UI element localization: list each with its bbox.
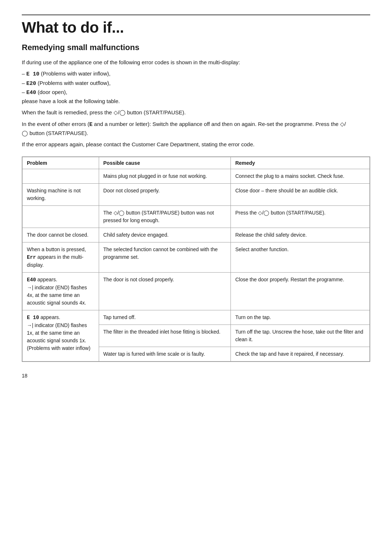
remedy-cell: Turn off the tap. Unscrew the hose, take… (231, 325, 370, 347)
problem-cell: E40 appears.→| indicator (END) flashes 4… (23, 273, 99, 310)
cause-cell: The door is not closed properly. (99, 273, 231, 310)
problem-cell: When a button is pressed, Err appears in… (23, 242, 99, 273)
remedy-cell: Press the ◇/◯ button (START/PAUSE). (231, 206, 370, 228)
problem-cell: Washing machine is not working. (23, 184, 99, 206)
remedy-cell: Release the child safety device. (231, 228, 370, 242)
remedy-cell: Close the door properly. Restart the pro… (231, 273, 370, 310)
col-header-cause: Possible cause (99, 157, 231, 169)
problem-cell (23, 169, 99, 184)
cause-cell: Mains plug not plugged in or fuse not wo… (99, 169, 231, 184)
cause-cell: The ◇/◯ button (START/PAUSE) button was … (99, 206, 231, 228)
remedy-cell: Check the tap and have it repaired, if n… (231, 347, 370, 362)
cause-cell: The selected function cannot be combined… (99, 242, 231, 273)
intro-p4: In the event of other errors (E and a nu… (22, 120, 348, 138)
intro-p1: If during use of the appliance one of th… (22, 58, 348, 66)
table-row: The ◇/◯ button (START/PAUSE) button was … (23, 206, 370, 228)
remedy-cell: Select another function. (231, 242, 370, 273)
remedy-cell: Connect the plug to a mains socket. Chec… (231, 169, 370, 184)
top-border (22, 15, 370, 15)
problem-cell: The door cannot be closed. (23, 228, 99, 242)
page-title: What to do if... (22, 19, 370, 36)
table-row: Washing machine is not working. Door not… (23, 184, 370, 206)
problem-cell: E 10 appears.→| indicator (END) flashes … (23, 310, 99, 362)
cause-cell: Door not closed properly. (99, 184, 231, 206)
col-header-problem: Problem (23, 157, 99, 169)
table-row: When a button is pressed, Err appears in… (23, 242, 370, 273)
page-number: 18 (22, 373, 370, 379)
malfunctions-table-container: Problem Possible cause Remedy Mains plug… (22, 156, 370, 362)
intro-p2: – E 10 (Problems with water inflow), – E… (22, 69, 348, 105)
col-header-remedy: Remedy (231, 157, 370, 169)
section-title: Remedying small malfunctions (22, 43, 370, 52)
table-row: The door cannot be closed. Child safety … (23, 228, 370, 242)
malfunctions-table: Problem Possible cause Remedy Mains plug… (22, 157, 370, 362)
cause-cell: Water tap is furred with lime scale or i… (99, 347, 231, 362)
problem-cell (23, 206, 99, 228)
table-row: Mains plug not plugged in or fuse not wo… (23, 169, 370, 184)
cause-cell: Child safety device engaged. (99, 228, 231, 242)
remedy-cell: Turn on the tap. (231, 310, 370, 325)
intro-block: If during use of the appliance one of th… (22, 58, 348, 148)
intro-p5: If the error appears again, please conta… (22, 140, 348, 148)
table-row: E40 appears.→| indicator (END) flashes 4… (23, 273, 370, 310)
table-header-row: Problem Possible cause Remedy (23, 157, 370, 169)
table-row: E 10 appears.→| indicator (END) flashes … (23, 310, 370, 325)
cause-cell: The filter in the threaded inlet hose fi… (99, 325, 231, 347)
cause-cell: Tap turned off. (99, 310, 231, 325)
remedy-cell: Close door – there should be an audible … (231, 184, 370, 206)
intro-p3: When the fault is remedied, press the ◇/… (22, 108, 348, 117)
